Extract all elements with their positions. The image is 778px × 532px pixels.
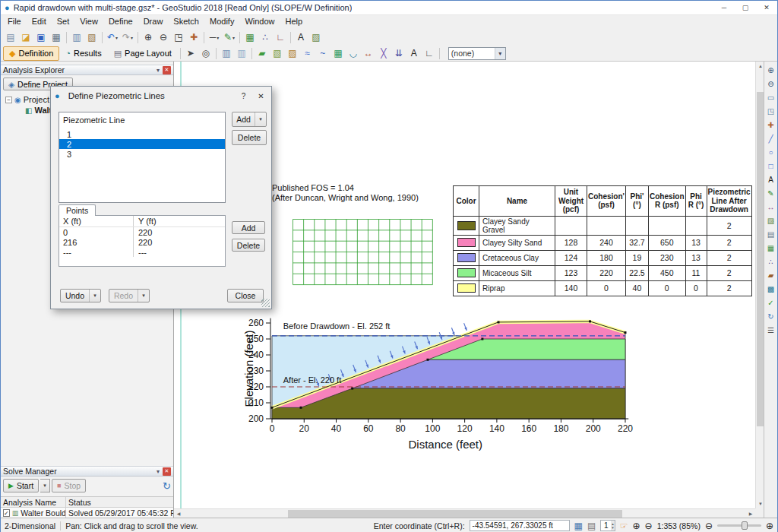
paste-icon[interactable]: ▧ (84, 30, 100, 44)
horizontal-scrollbar[interactable]: ◀ ▶ (174, 508, 755, 518)
zoom-in-icon[interactable]: ⊕ (633, 521, 640, 531)
zoom-out-icon[interactable]: ⊖ (765, 78, 777, 90)
view-grid-icon[interactable]: ▦ (765, 242, 777, 254)
sketch-rectangle-icon[interactable]: □ (765, 160, 777, 172)
points-row[interactable]: 0220 (59, 227, 225, 237)
add-dropdown-icon[interactable]: ▾ (255, 112, 266, 126)
pan-icon[interactable]: ✚ (765, 119, 777, 131)
view-page-icon[interactable]: ▤ (765, 228, 777, 240)
draw-geometry-icon[interactable]: ▰ (255, 46, 270, 60)
definition-button[interactable]: ◆ Definition (3, 46, 59, 61)
solve-manager-close-icon[interactable]: ✕ (163, 467, 171, 476)
pen-color-icon[interactable]: ✎▾ (222, 30, 237, 44)
analysis-explorer-close-icon[interactable]: ✕ (163, 66, 171, 74)
points-row[interactable]: 216220 (59, 237, 225, 247)
minimize-button[interactable]: ─ (713, 1, 735, 14)
zoom-slider[interactable] (717, 524, 761, 527)
zoom-in-tool-icon[interactable]: ⊕ (141, 30, 156, 44)
points-table[interactable]: X (ft)Y (ft)0220216220------ (59, 215, 226, 267)
dialog-title-bar[interactable]: ● Define Piezometric Lines ? ✕ (51, 87, 271, 105)
print-icon[interactable]: ▦ (49, 30, 64, 44)
zoom-plus-icon[interactable]: ⊕ (766, 521, 773, 531)
page-layout-button[interactable]: ▤ Page Layout (108, 46, 178, 61)
zoom-out-tool-icon[interactable]: ⊖ (156, 30, 171, 44)
delete-piezometric-line-button[interactable]: Delete (232, 130, 267, 145)
draw-materials-icon[interactable]: ▨ (285, 46, 300, 60)
new-file-icon[interactable]: ▤ (3, 30, 18, 44)
piezometric-line-item[interactable]: 3 (59, 149, 225, 159)
text-tool-icon[interactable]: A (293, 30, 308, 44)
menu-modify[interactable]: Modify (204, 15, 239, 29)
copy-picture-icon[interactable]: ▥ (69, 30, 84, 44)
combo-dropdown-icon[interactable]: ▾ (495, 48, 505, 59)
sketch-circle-icon[interactable]: ○ (765, 146, 777, 158)
page-spinner[interactable]: 1 ▴▾ (600, 520, 615, 531)
page-icon[interactable]: ▤ (587, 521, 596, 531)
view-list-icon[interactable]: ☰ (765, 324, 777, 336)
sketch-dimension-icon[interactable]: ↔ (765, 201, 777, 213)
view-regions-icon[interactable]: ▰ (765, 269, 777, 281)
copy-picture-2-icon[interactable]: ▥ (219, 46, 234, 60)
grid-snap-icon[interactable]: ▦ (574, 521, 583, 531)
pan-tool-icon[interactable]: ✚ (186, 30, 201, 44)
points-tab[interactable]: Points (59, 204, 96, 216)
view-mesh-icon[interactable]: ▩ (765, 283, 777, 295)
tree-expander-icon[interactable]: − (5, 97, 12, 103)
start-button[interactable]: ▶ Start (3, 479, 39, 492)
dialog-help-button[interactable]: ? (237, 90, 250, 103)
dialog-close-button[interactable]: ✕ (255, 90, 267, 103)
stop-button[interactable]: ■ Stop (52, 479, 86, 492)
redo-icon[interactable]: ↷▾ (120, 30, 135, 44)
piezometric-line-list[interactable]: Piezometric Line 123 (59, 112, 226, 203)
start-dropdown-icon[interactable]: ▾ (40, 479, 50, 492)
menu-view[interactable]: View (74, 15, 103, 29)
pin-icon[interactable]: ▾ (157, 67, 160, 74)
sketch-text-2-icon[interactable]: A (765, 173, 777, 185)
results-button[interactable]: ◔ Results (59, 46, 107, 61)
open-file-icon[interactable]: ◪ (18, 30, 33, 44)
horizontal-scrollbar-thumb[interactable] (288, 510, 622, 518)
zoom-page-icon[interactable]: ▭ (765, 91, 777, 103)
line-width-icon[interactable]: ─▾ (207, 30, 222, 44)
draw-surcharge-icon[interactable]: ⇊ (391, 46, 406, 60)
analysis-combobox[interactable]: (none) ▾ (448, 47, 506, 60)
close-button[interactable]: ✕ (756, 1, 777, 14)
maximize-button[interactable]: ▢ (735, 1, 756, 14)
add-point-button[interactable]: Add (232, 221, 265, 234)
points-row[interactable]: ------ (59, 247, 225, 257)
draw-regions-icon[interactable]: ▧ (270, 46, 285, 60)
sketch-text-icon[interactable]: A (406, 46, 422, 60)
menu-define[interactable]: Define (103, 15, 138, 29)
zoom-text-icon[interactable]: ◎ (198, 46, 213, 60)
copy-all-icon[interactable]: ▥ (234, 46, 249, 60)
pan-hand-icon[interactable]: ☞ (620, 521, 628, 531)
sketch-picture-icon[interactable]: ▨ (765, 214, 777, 226)
solve-row[interactable]: ✓▥Walter Bouldin ...Solved 05/29/2017 05… (1, 508, 173, 518)
menu-sketch[interactable]: Sketch (168, 15, 204, 29)
snap-grid-icon[interactable]: ▦ (242, 30, 258, 44)
piezometric-line-item[interactable]: 1 (59, 129, 225, 139)
sketch-line-icon[interactable]: ╱ (765, 132, 777, 144)
menu-window[interactable]: Window (239, 15, 280, 29)
solve-pin-icon[interactable]: ▾ (157, 468, 160, 475)
draw-slip-radius-icon[interactable]: ◡ (346, 46, 361, 60)
menu-draw[interactable]: Draw (138, 15, 169, 29)
sketch-label-icon[interactable]: ✎ (765, 187, 777, 199)
draw-entry-exit-icon[interactable]: ↔ (361, 46, 376, 60)
undo-icon[interactable]: ↶▾ (105, 30, 120, 44)
draw-piezometric-line-icon[interactable]: ~ (315, 46, 330, 60)
dialog-resize-grip[interactable] (261, 299, 270, 307)
snap-points-icon[interactable]: ∴ (258, 30, 273, 44)
select-cursor-icon[interactable]: ➤ (183, 46, 198, 60)
menu-edit[interactable]: Edit (27, 15, 52, 29)
redo-button[interactable]: Redo ▾ (109, 289, 150, 302)
delete-point-button[interactable]: Delete (232, 239, 265, 252)
zoom-window-icon[interactable]: ◳ (765, 105, 777, 117)
draw-slip-grid-icon[interactable]: ▦ (330, 46, 346, 60)
ortho-mode-icon[interactable]: ∟ (273, 30, 288, 44)
view-points-icon[interactable]: ∴ (765, 255, 777, 268)
menu-file[interactable]: File (2, 15, 27, 29)
undo-button[interactable]: Undo ▾ (60, 289, 101, 302)
zoom-out-icon[interactable]: ⊖ (645, 521, 653, 531)
analysis-checkbox[interactable]: ✓ (3, 509, 10, 517)
